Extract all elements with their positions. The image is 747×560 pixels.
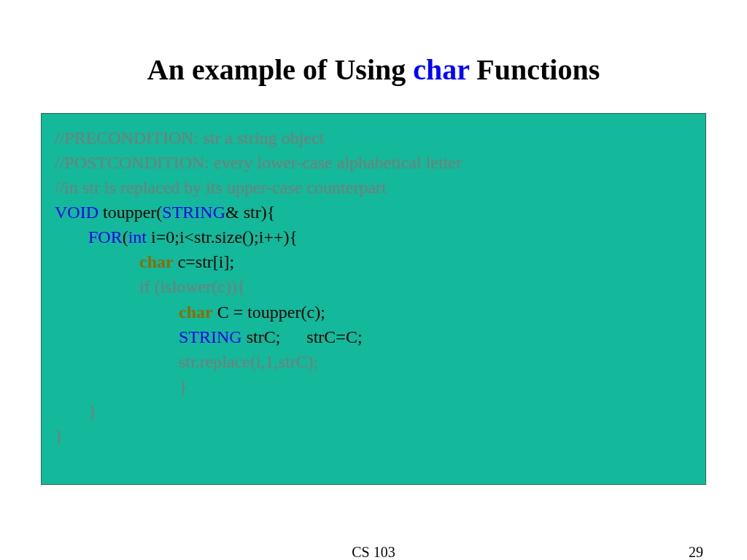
code-line-8: char C = toupper(c); (55, 300, 692, 324)
code-line-5: FOR(int i=0;i<str.size();i++){ (55, 225, 692, 249)
kw-void: VOID (55, 203, 98, 222)
code-line-10: str.replace(i,1,strC); (55, 349, 692, 374)
title-part2: Functions (469, 53, 600, 86)
code-line-9: STRING strC; strC=C; (55, 324, 692, 349)
footer-course: CS 103 (352, 544, 395, 560)
kw-int: int (128, 228, 147, 246)
title-highlight: char (413, 53, 469, 86)
code-line-7: if (islower(c)){ (55, 274, 692, 299)
code-comment-2: //POSTCONDITION: every lower-case alphab… (55, 150, 692, 175)
kw-string: STRING (162, 203, 225, 222)
kw-for: FOR (88, 228, 123, 246)
kw-char-2: char (179, 303, 213, 322)
code-box: //PRECONDITION: str a string object //PO… (41, 113, 706, 485)
title-part1: An example of Using (147, 53, 413, 86)
slide-title: An example of Using char Functions (0, 52, 747, 87)
code-line-13: } (55, 424, 692, 448)
code-comment-1: //PRECONDITION: str a string object (55, 125, 692, 150)
code-line-11: } (55, 374, 692, 399)
footer-page-number: 29 (689, 544, 703, 560)
code-line-6: char c=str[i]; (55, 249, 692, 274)
kw-char: char (139, 252, 174, 271)
code-comment-3: //in str is replaced by its upper-case c… (55, 175, 692, 200)
code-line-12: } (55, 399, 692, 424)
kw-string-2: STRING (179, 327, 242, 346)
code-line-4: VOID toupper(STRING& str){ (55, 200, 692, 225)
